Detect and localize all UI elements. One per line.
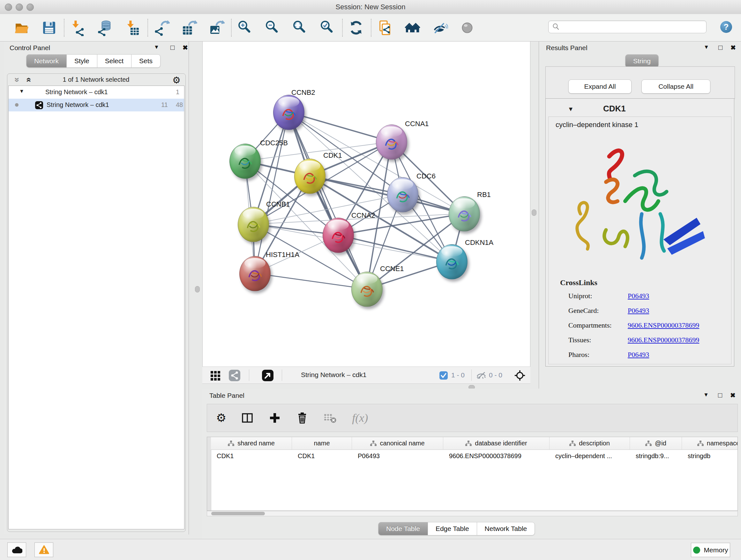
expand-all-button[interactable]: Expand All: [568, 79, 631, 94]
column-network-icon: [645, 441, 652, 446]
birds-eye-view-icon[interactable]: [261, 369, 274, 382]
show-graphics-details-button[interactable]: [403, 19, 421, 37]
network-node-hist1h1a[interactable]: [239, 256, 271, 291]
vertical-splitter-handle[interactable]: [532, 209, 536, 216]
network-node-ccna1[interactable]: [376, 125, 407, 160]
zoom-fit-content-button[interactable]: [291, 19, 309, 37]
entry-gene-name: CDK1: [603, 104, 626, 114]
horizontal-scrollbar[interactable]: [207, 511, 738, 516]
crosslink-link[interactable]: 9606.ENSP00000378699: [628, 321, 699, 329]
network-node-ccnb2[interactable]: [273, 95, 305, 130]
collapse-all-button[interactable]: Collapse All: [642, 79, 711, 94]
export-table-button[interactable]: [180, 19, 198, 37]
memory-button[interactable]: Memory: [691, 543, 730, 557]
delete-column-icon[interactable]: [296, 412, 309, 424]
node-structure-thumbnail: [243, 214, 264, 236]
column-header-name[interactable]: name: [292, 437, 352, 450]
crosslink-link[interactable]: P06493: [628, 292, 649, 300]
panel-close-icon[interactable]: ✖: [730, 391, 736, 399]
table-cell[interactable]: CDK1: [292, 450, 352, 462]
table-cell[interactable]: cyclin–dependent ...: [549, 450, 630, 462]
tab-network-table[interactable]: Network Table: [477, 522, 535, 536]
panel-float-icon[interactable]: ▼: [703, 392, 709, 398]
tab-string[interactable]: String: [625, 54, 659, 68]
grid-mode-icon[interactable]: [210, 370, 221, 381]
table-options-gear-icon[interactable]: ⚙: [216, 411, 226, 425]
table-cell[interactable]: 9606.ENSP00000378699: [443, 450, 549, 462]
tab-network[interactable]: Network: [26, 54, 67, 68]
export-image-button[interactable]: [207, 19, 225, 37]
zoom-out-button[interactable]: [264, 19, 281, 37]
crosslink-link[interactable]: P06493: [628, 351, 649, 359]
apply-preferred-layout-button[interactable]: [347, 19, 365, 37]
string-view-icon[interactable]: [228, 369, 241, 382]
create-column-icon[interactable]: [268, 412, 281, 424]
network-node-cdc6[interactable]: [387, 177, 418, 212]
new-network-from-selection-button[interactable]: [376, 19, 394, 37]
zoom-selected-button[interactable]: [319, 19, 336, 37]
current-network-title: String Network – cdk1: [301, 371, 366, 379]
fit-selected-crosshair-icon[interactable]: [514, 369, 526, 381]
panel-maximize-icon[interactable]: □: [718, 391, 722, 399]
hidden-eye-icon[interactable]: [476, 371, 486, 380]
crosslink-link[interactable]: 9606.ENSP00000378699: [628, 336, 699, 344]
save-session-button[interactable]: [40, 19, 58, 37]
network-tree-root-row[interactable]: ▼ String Network – cdk1 1: [9, 86, 184, 99]
panel-float-icon[interactable]: ▼: [704, 44, 709, 51]
network-node-cdkn1a[interactable]: [436, 244, 468, 279]
network-node-rb1[interactable]: [449, 196, 480, 232]
network-view-canvas[interactable]: CCNB2 CCNA1 CDC25B CDK1 CDC6 RB1 CCNB1: [202, 42, 530, 367]
delete-table-icon[interactable]: [323, 412, 337, 424]
warnings-button[interactable]: [35, 543, 53, 557]
panel-float-icon[interactable]: ▼: [154, 44, 159, 51]
table-row[interactable]: CDK1CDK1P064939606.ENSP00000378699cyclin…: [211, 450, 738, 462]
network-node-cdc25b[interactable]: [229, 144, 261, 179]
show-columns-icon[interactable]: [241, 412, 254, 424]
column-header-namespace[interactable]: namespace: [682, 437, 738, 450]
tab-select[interactable]: Select: [97, 54, 131, 68]
network-node-ccnb1[interactable]: [238, 207, 269, 242]
export-network-button[interactable]: [152, 19, 171, 37]
column-header-description[interactable]: description: [549, 437, 630, 450]
crosslink-link[interactable]: P06493: [628, 307, 649, 315]
panel-close-icon[interactable]: ✖: [731, 44, 736, 51]
edge-count: 48: [176, 101, 183, 109]
table-cell[interactable]: CDK1: [211, 450, 292, 462]
network-options-gear-icon[interactable]: ⚙: [172, 75, 181, 85]
table-cell[interactable]: stringdb: [682, 450, 738, 462]
vertical-splitter-handle-left[interactable]: [195, 286, 200, 293]
selected-checkbox-icon[interactable]: [439, 371, 448, 380]
import-network-file-button[interactable]: [69, 19, 87, 37]
import-table-button[interactable]: [124, 19, 142, 37]
function-builder-icon[interactable]: f(x): [352, 411, 368, 425]
network-tree-child-row[interactable]: String Network – cdk1 11 48: [9, 99, 184, 111]
table-cell[interactable]: P06493: [352, 450, 443, 462]
help-button[interactable]: ?: [720, 21, 732, 33]
column-header-shared-name[interactable]: shared name: [211, 437, 292, 450]
network-node-ccne1[interactable]: [351, 272, 383, 307]
zoom-in-button[interactable]: [236, 19, 254, 37]
search-input[interactable]: [548, 20, 706, 33]
panel-maximize-icon[interactable]: □: [171, 44, 175, 52]
tab-style[interactable]: Style: [67, 54, 97, 68]
scrollbar-thumb[interactable]: [211, 512, 265, 515]
panel-maximize-icon[interactable]: □: [718, 44, 723, 52]
column-header-database-identifier[interactable]: database identifier: [443, 437, 549, 450]
show-hidden-button[interactable]: [458, 19, 476, 37]
tab-sets[interactable]: Sets: [131, 54, 160, 68]
open-session-button[interactable]: [13, 19, 30, 37]
node-table[interactable]: shared namenamecanonical namedatabase id…: [207, 437, 738, 511]
hide-selected-button[interactable]: [431, 19, 449, 37]
table-cell[interactable]: stringdb:9...: [630, 450, 682, 462]
tree-collapse-icon[interactable]: ▼: [19, 88, 24, 94]
cloud-status-button[interactable]: [7, 543, 26, 557]
column-header-id[interactable]: @id: [630, 437, 682, 450]
tab-node-table[interactable]: Node Table: [378, 522, 428, 536]
network-node-cdk1[interactable]: [294, 159, 326, 194]
entry-collapse-icon[interactable]: ▼: [568, 106, 574, 113]
tab-edge-table[interactable]: Edge Table: [428, 522, 477, 536]
panel-close-icon[interactable]: ✖: [183, 44, 188, 51]
network-node-ccna2[interactable]: [323, 218, 354, 253]
import-network-database-button[interactable]: [96, 19, 114, 37]
column-header-canonical-name[interactable]: canonical name: [352, 437, 443, 450]
